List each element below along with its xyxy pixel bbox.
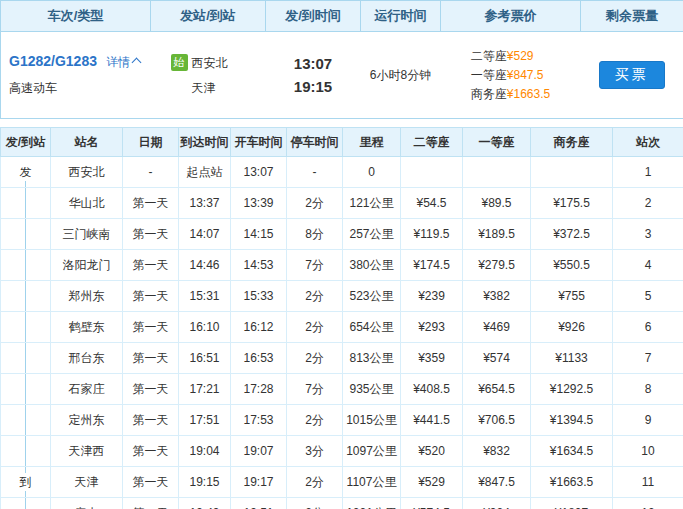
- cell-seat2: ¥520: [401, 436, 463, 467]
- cell-distance: 121公里: [343, 188, 401, 219]
- schedule-col-header: 日期: [123, 128, 179, 157]
- cell-distance: 813公里: [343, 343, 401, 374]
- cell-seat2: ¥408.5: [401, 374, 463, 405]
- cell-business: [531, 157, 613, 188]
- cell-arrive: 19:15: [179, 467, 231, 498]
- cell-seat1: ¥706.5: [463, 405, 531, 436]
- schedule-col-header: 站名: [51, 128, 123, 157]
- cell-business: ¥1394.5: [531, 405, 613, 436]
- schedule-row: 石家庄第一天17:2117:287分935公里¥408.5¥654.5¥1292…: [1, 374, 683, 405]
- schedule-row: 发西安北-起点站13:07-01: [1, 157, 683, 188]
- route-line: [25, 343, 26, 373]
- destination-station: 天津: [192, 81, 216, 95]
- cell-arrive: 16:51: [179, 343, 231, 374]
- schedule-col-header: 一等座: [463, 128, 531, 157]
- cell-seat2: ¥174.5: [401, 250, 463, 281]
- route-line: [25, 405, 26, 435]
- cell-business: ¥175.5: [531, 188, 613, 219]
- fare-item: 商务座¥1663.5: [471, 85, 550, 104]
- cell-seat1: ¥189.5: [463, 219, 531, 250]
- schedule-body: 发西安北-起点站13:07-01华山北第一天13:3713:392分121公里¥…: [1, 157, 683, 509]
- schedule-row: 郑州东第一天15:3115:332分523公里¥239¥382¥7555: [1, 281, 683, 312]
- route-line: [25, 188, 26, 218]
- cell-business: ¥372.5: [531, 219, 613, 250]
- cell-business: ¥1133: [531, 343, 613, 374]
- cell-date: 第一天: [123, 343, 179, 374]
- schedule-col-header: 停车时间: [287, 128, 343, 157]
- duration-cell: 6小时8分钟: [361, 32, 441, 119]
- cell-seat2: ¥529: [401, 467, 463, 498]
- cell-seat1: ¥924: [463, 498, 531, 509]
- fare-price: ¥1663.5: [507, 87, 550, 101]
- schedule-row: 唐山第一天19:4919:512分1221公里¥574.5¥924¥180712: [1, 498, 683, 509]
- cell-distance: 935公里: [343, 374, 401, 405]
- cell-date: -: [123, 157, 179, 188]
- fare-seat-label: 二等座: [471, 49, 507, 63]
- buy-cell: 买票: [581, 32, 683, 119]
- cell-seat2: ¥574.5: [401, 498, 463, 509]
- cell-arrive: 17:21: [179, 374, 231, 405]
- cell-date: 第一天: [123, 281, 179, 312]
- cell-station: 西安北: [51, 157, 123, 188]
- chevron-up-icon: [132, 58, 142, 68]
- route-line: [25, 312, 26, 342]
- cell-date: 第一天: [123, 374, 179, 405]
- cell-stop: 7分: [287, 374, 343, 405]
- cell-arrive: 19:04: [179, 436, 231, 467]
- marker-cell: [1, 250, 51, 281]
- cell-seat2: ¥293: [401, 312, 463, 343]
- cell-arrive: 17:51: [179, 405, 231, 436]
- cell-station: 鹤壁东: [51, 312, 123, 343]
- summary-col-header: 发/到时间: [266, 1, 361, 32]
- cell-station: 石家庄: [51, 374, 123, 405]
- cell-depart: 16:53: [231, 343, 287, 374]
- train-cell: G1282/G1283 详情 高速动车: [1, 32, 151, 119]
- cell-arrive: 16:10: [179, 312, 231, 343]
- cell-no: 2: [613, 188, 683, 219]
- cell-station: 三门峡南: [51, 219, 123, 250]
- cell-no: 6: [613, 312, 683, 343]
- cell-distance: 380公里: [343, 250, 401, 281]
- cell-seat1: ¥89.5: [463, 188, 531, 219]
- cell-seat1: [463, 157, 531, 188]
- summary-col-header: 运行时间: [361, 1, 441, 32]
- cell-station: 洛阳龙门: [51, 250, 123, 281]
- detail-link[interactable]: 详情: [106, 55, 140, 69]
- cell-seat2: [401, 157, 463, 188]
- cell-distance: 523公里: [343, 281, 401, 312]
- cell-no: 11: [613, 467, 683, 498]
- schedule-col-header: 到达时间: [179, 128, 231, 157]
- cell-stop: 2分: [287, 343, 343, 374]
- marker-cell: [1, 436, 51, 467]
- buy-ticket-button[interactable]: 买票: [599, 61, 665, 89]
- route-line: [25, 436, 26, 466]
- cell-business: ¥926: [531, 312, 613, 343]
- cell-seat1: ¥654.5: [463, 374, 531, 405]
- fare-price: ¥847.5: [507, 68, 544, 82]
- cell-depart: 13:07: [231, 157, 287, 188]
- train-number: G1282/G1283: [9, 53, 97, 69]
- cell-depart: 14:15: [231, 219, 287, 250]
- cell-distance: 1107公里: [343, 467, 401, 498]
- cell-no: 8: [613, 374, 683, 405]
- fare-seat-label: 一等座: [471, 68, 507, 82]
- summary-col-header: 参考票价: [441, 1, 581, 32]
- route-line: [25, 219, 26, 249]
- marker-cell: [1, 281, 51, 312]
- cell-depart: 19:07: [231, 436, 287, 467]
- cell-arrive: 15:31: [179, 281, 231, 312]
- cell-business: ¥1807: [531, 498, 613, 509]
- cell-stop: 3分: [287, 436, 343, 467]
- cell-business: ¥755: [531, 281, 613, 312]
- times-cell: 13:07 19:15: [266, 32, 361, 119]
- marker-cell: [1, 374, 51, 405]
- marker-cell: [1, 343, 51, 374]
- cell-no: 7: [613, 343, 683, 374]
- schedule-row: 天津西第一天19:0419:073分1097公里¥520¥832¥1634.51…: [1, 436, 683, 467]
- cell-seat2: ¥54.5: [401, 188, 463, 219]
- cell-station: 邢台东: [51, 343, 123, 374]
- cell-date: 第一天: [123, 250, 179, 281]
- cell-depart: 14:53: [231, 250, 287, 281]
- summary-col-header: 车次/类型: [1, 1, 151, 32]
- schedule-col-header: 二等座: [401, 128, 463, 157]
